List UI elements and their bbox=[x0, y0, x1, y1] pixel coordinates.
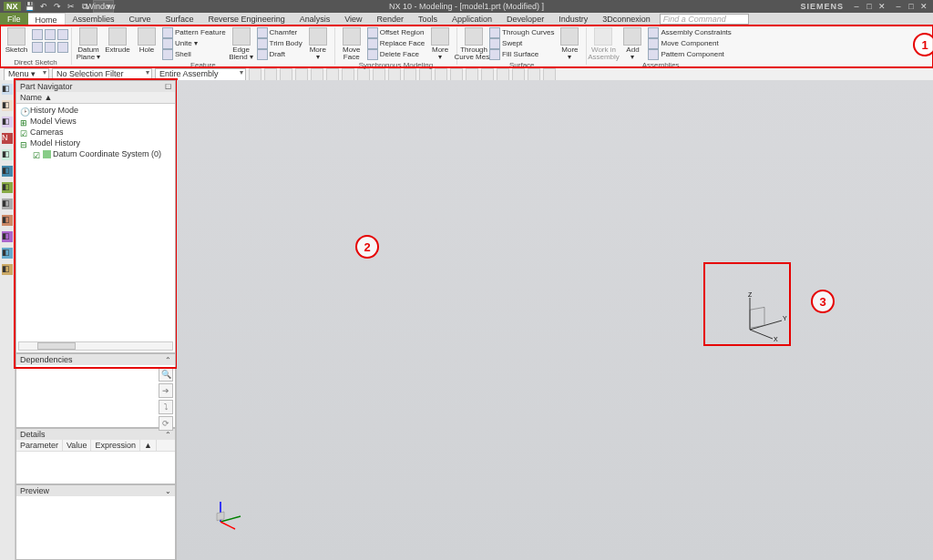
search-icon[interactable]: 🔍 bbox=[159, 367, 173, 382]
edge-blend-button[interactable]: Edge Blend ▾ bbox=[228, 27, 255, 61]
tool-icon[interactable] bbox=[512, 68, 525, 81]
restore-icon[interactable]: □ bbox=[864, 2, 875, 11]
tab-icon[interactable]: ◧ bbox=[2, 100, 13, 111]
tab-icon[interactable]: ◧ bbox=[2, 149, 13, 160]
point-icon[interactable] bbox=[45, 42, 56, 53]
nav-tree[interactable]: 🕑History Mode ⊞Model Views ☑Cameras ⊟Mod… bbox=[16, 104, 175, 159]
through-curves-button[interactable]: Through Curves bbox=[489, 27, 554, 38]
child-close-icon[interactable]: ✕ bbox=[918, 2, 929, 11]
tab-surface[interactable]: Surface bbox=[159, 13, 201, 25]
close-icon[interactable]: ✕ bbox=[877, 2, 887, 11]
tool-icon[interactable] bbox=[357, 68, 370, 81]
tab-assemblies[interactable]: Assemblies bbox=[66, 13, 122, 25]
draft-button[interactable]: Draft bbox=[257, 49, 302, 60]
tab-icon[interactable]: ◧ bbox=[2, 231, 13, 242]
offset-region-button[interactable]: Offset Region bbox=[367, 27, 425, 38]
view-triad[interactable] bbox=[211, 498, 244, 533]
tool-icon[interactable] bbox=[326, 68, 339, 81]
rect-icon[interactable] bbox=[57, 29, 68, 40]
arrow-down-icon[interactable]: ⤵ bbox=[159, 400, 173, 414]
tool-icon[interactable] bbox=[466, 68, 478, 81]
find-command-input[interactable]: Find a Command bbox=[660, 14, 749, 25]
panel-menu-icon[interactable]: ☐ bbox=[165, 83, 171, 91]
tab-application[interactable]: Application bbox=[445, 13, 499, 25]
tab-developer[interactable]: Developer bbox=[499, 13, 551, 25]
selection-filter-dropdown[interactable]: No Selection Filter bbox=[52, 68, 152, 81]
tab-icon[interactable]: ◧ bbox=[2, 248, 13, 259]
child-restore-icon[interactable]: □ bbox=[906, 2, 917, 11]
work-in-assembly-button[interactable]: Work in Assembly bbox=[590, 27, 617, 61]
tool-icon[interactable] bbox=[497, 68, 509, 81]
nav-item-datum-csys[interactable]: ☑Datum Coordinate System (0) bbox=[20, 148, 175, 159]
tool-icon[interactable] bbox=[342, 68, 354, 81]
line-icon[interactable] bbox=[32, 29, 43, 40]
tool-icon[interactable] bbox=[373, 68, 385, 81]
nav-item-model-views[interactable]: ⊞Model Views bbox=[20, 116, 175, 127]
tab-home[interactable]: Home bbox=[28, 13, 66, 25]
refresh-icon[interactable]: ⟳ bbox=[159, 416, 173, 431]
tool-icon[interactable] bbox=[249, 68, 261, 81]
save-icon[interactable]: 💾 bbox=[25, 1, 36, 12]
collapse-icon[interactable]: ⌃ bbox=[165, 431, 171, 439]
tool-icon[interactable] bbox=[295, 68, 308, 81]
tool-icon[interactable] bbox=[388, 68, 401, 81]
move-component-button[interactable]: Move Component bbox=[648, 38, 731, 49]
tool-icon[interactable] bbox=[543, 68, 556, 81]
tab-icon[interactable]: ◧ bbox=[2, 264, 13, 275]
col-sort[interactable]: ▲ bbox=[140, 440, 157, 451]
through-curve-mesh-button[interactable]: Through Curve Mesh bbox=[460, 27, 487, 61]
nav-item-cameras[interactable]: ☑Cameras bbox=[20, 127, 175, 137]
nav-item-history-mode[interactable]: 🕑History Mode bbox=[20, 105, 175, 116]
tab-curve[interactable]: Curve bbox=[122, 13, 159, 25]
tab-view[interactable]: View bbox=[337, 13, 369, 25]
tool-icon[interactable] bbox=[435, 68, 447, 81]
tool-icon[interactable] bbox=[481, 68, 494, 81]
arrow-right-icon[interactable]: ➔ bbox=[159, 383, 173, 398]
tab-industry[interactable]: Industry bbox=[551, 13, 595, 25]
tab-analysis[interactable]: Analysis bbox=[292, 13, 338, 25]
child-minimize-icon[interactable]: – bbox=[893, 2, 904, 11]
cut-icon[interactable]: ✂ bbox=[66, 1, 77, 12]
tab-tools[interactable]: Tools bbox=[411, 13, 445, 25]
datum-plane-button[interactable]: Datum Plane ▾ bbox=[75, 27, 102, 61]
tab-reverse[interactable]: Reverse Engineering bbox=[201, 13, 292, 25]
window-menu[interactable]: Window ▾ bbox=[93, 0, 114, 13]
tool-icon[interactable] bbox=[450, 68, 463, 81]
sketch-button[interactable]: Sketch bbox=[3, 27, 30, 54]
col-parameter[interactable]: Parameter bbox=[16, 440, 63, 451]
tab-icon[interactable]: ◧ bbox=[2, 215, 13, 226]
surface-more-button[interactable]: More ▾ bbox=[556, 27, 583, 61]
unite-button[interactable]: Unite ▾ bbox=[162, 38, 226, 49]
tool-icon[interactable] bbox=[311, 68, 323, 81]
tab-icon[interactable]: ◧ bbox=[2, 117, 13, 127]
minimize-icon[interactable]: – bbox=[851, 2, 862, 11]
delete-face-button[interactable]: Delete Face bbox=[367, 49, 425, 60]
shell-button[interactable]: Shell bbox=[162, 49, 226, 60]
redo-icon[interactable]: ↷ bbox=[52, 1, 63, 12]
swept-button[interactable]: Swept bbox=[489, 38, 554, 49]
add-component-button[interactable]: Add ▾ bbox=[619, 27, 646, 61]
move-face-button[interactable]: Move Face bbox=[338, 27, 365, 61]
tool-icon[interactable] bbox=[419, 68, 432, 81]
horizontal-scrollbar[interactable] bbox=[18, 341, 173, 351]
pattern-component-button[interactable]: Pattern Component bbox=[648, 49, 731, 60]
nav-column-header[interactable]: Name ▲ bbox=[16, 92, 175, 104]
assembly-constraints-button[interactable]: Assembly Constraints bbox=[648, 27, 731, 38]
pattern-feature-button[interactable]: Pattern Feature bbox=[162, 27, 226, 38]
tab-icon[interactable]: ◧ bbox=[2, 182, 13, 193]
tab-render[interactable]: Render bbox=[370, 13, 412, 25]
feature-more-button[interactable]: More ▾ bbox=[304, 27, 332, 61]
tab-file[interactable]: File bbox=[0, 13, 28, 25]
tool-icon[interactable] bbox=[528, 68, 540, 81]
collapse-icon[interactable]: ⌄ bbox=[165, 487, 171, 495]
menu-dropdown[interactable]: Menu ▾ bbox=[4, 68, 49, 81]
tab-icon[interactable]: ◧ bbox=[2, 166, 13, 177]
tab-icon[interactable]: ◧ bbox=[2, 199, 13, 209]
spline-icon[interactable] bbox=[57, 42, 68, 53]
replace-face-button[interactable]: Replace Face bbox=[367, 38, 425, 49]
tool-icon[interactable] bbox=[280, 68, 292, 81]
tab-icon[interactable]: N bbox=[2, 133, 13, 144]
fill-surface-button[interactable]: Fill Surface bbox=[489, 49, 554, 60]
graphics-viewport[interactable]: Z Y X 2 3 bbox=[177, 80, 933, 560]
circle-icon[interactable] bbox=[45, 29, 56, 40]
